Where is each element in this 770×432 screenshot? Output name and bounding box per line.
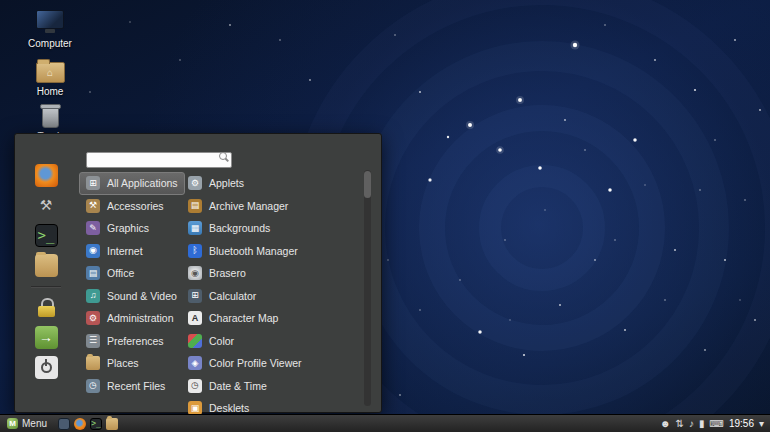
mint-menu-icon: M <box>7 418 18 429</box>
favorite-firefox[interactable] <box>31 160 61 190</box>
recent-files-icon: ◷ <box>86 379 100 393</box>
backgrounds-icon: ▦ <box>188 221 202 235</box>
home-folder-icon: ⌂ <box>36 62 65 83</box>
terminal-icon: >_ <box>35 224 58 247</box>
app-item-applets[interactable]: ⚙Applets <box>181 172 359 195</box>
folder-icon <box>35 254 58 277</box>
user-icon[interactable]: ☻ <box>660 419 671 429</box>
favorite-terminal[interactable]: >_ <box>31 220 61 250</box>
category-administration[interactable]: ⚙Administration <box>79 307 181 330</box>
tools-icon: ⚒ <box>35 194 58 217</box>
shut-down-button[interactable] <box>31 352 61 382</box>
desktop-icon-home[interactable]: ⌂ Home <box>22 58 78 97</box>
app-item-date-time[interactable]: ◷Date & Time <box>181 375 359 398</box>
accessories-icon: ⚒ <box>86 199 100 213</box>
internet-icon: ◉ <box>86 244 100 258</box>
files-icon[interactable] <box>106 418 118 430</box>
app-item-color[interactable]: Color <box>181 330 359 353</box>
app-label: Archive Manager <box>209 200 288 212</box>
category-label: Office <box>107 267 134 279</box>
terminal-icon[interactable]: >_ <box>90 418 102 430</box>
app-item-calculator[interactable]: ⊞Calculator <box>181 285 359 308</box>
graphics-icon: ✎ <box>86 221 100 235</box>
color-icon <box>188 334 202 348</box>
desktop-icon-computer[interactable]: Computer <box>22 10 78 49</box>
office-icon: ▤ <box>86 266 100 280</box>
category-accessories[interactable]: ⚒Accessories <box>79 195 171 218</box>
favorites-column: ⚒ >_ → <box>29 160 63 382</box>
app-item-character-map[interactable]: ACharacter Map <box>181 307 359 330</box>
category-office[interactable]: ▤Office <box>79 262 141 285</box>
search-input[interactable] <box>86 152 232 168</box>
app-label: Character Map <box>209 312 278 324</box>
app-label: Color Profile Viewer <box>209 357 302 369</box>
menu-button[interactable]: M Menu <box>0 415 54 432</box>
firefox-icon <box>35 164 58 187</box>
desktop-icon-label: Computer <box>28 38 72 49</box>
category-label: Accessories <box>107 200 164 212</box>
preferences-icon: ☰ <box>86 334 100 348</box>
app-item-backgrounds[interactable]: ▦Backgrounds <box>181 217 359 240</box>
color-profile-icon: ◈ <box>188 356 202 370</box>
favorite-system-tools[interactable]: ⚒ <box>31 190 61 220</box>
app-label: Backgrounds <box>209 222 270 234</box>
category-label: Administration <box>107 312 174 324</box>
category-places[interactable]: Places <box>79 352 146 375</box>
network-icon[interactable]: ⇅ <box>676 419 684 429</box>
category-recent-files[interactable]: ◷Recent Files <box>79 375 172 398</box>
datetime-icon: ◷ <box>188 379 202 393</box>
show-desktop-icon[interactable] <box>58 418 70 430</box>
app-item-bluetooth-manager[interactable]: ᛒBluetooth Manager <box>181 240 359 263</box>
app-label: Calculator <box>209 290 256 302</box>
menu-button-label: Menu <box>22 418 47 429</box>
app-label: Color <box>209 335 234 347</box>
category-preferences[interactable]: ☰Preferences <box>79 330 171 353</box>
bluetooth-icon: ᛒ <box>188 244 202 258</box>
sound-video-icon: ♫ <box>86 289 100 303</box>
firefox-icon[interactable] <box>74 418 86 430</box>
app-label: Applets <box>209 177 244 189</box>
app-label: Desklets <box>209 402 249 414</box>
category-label: Internet <box>107 245 143 257</box>
category-all-applications[interactable]: ⊞All Applications <box>79 172 185 195</box>
bottom-panel: M Menu >_ ☻ ⇅ ♪ ▮ ⌨ 19:56 ▾ <box>0 414 770 432</box>
app-menu: ⚒ >_ → ⊞All Applications ⚒Accessories ✎G… <box>14 133 382 413</box>
category-internet[interactable]: ◉Internet <box>79 240 150 263</box>
category-label: Sound & Video <box>107 290 177 302</box>
log-out-button[interactable]: → <box>31 322 61 352</box>
clock[interactable]: 19:56 <box>729 418 754 429</box>
volume-icon[interactable]: ♪ <box>689 419 694 429</box>
battery-icon[interactable]: ▮ <box>699 419 705 429</box>
category-sound-video[interactable]: ♫Sound & Video <box>79 285 184 308</box>
calculator-icon: ⊞ <box>188 289 202 303</box>
search-icon <box>219 152 227 160</box>
favorite-file-manager[interactable] <box>31 250 61 280</box>
system-tray: ☻ ⇅ ♪ ▮ ⌨ 19:56 ▾ <box>660 418 770 429</box>
brasero-icon: ◉ <box>188 266 202 280</box>
charmap-icon: A <box>188 311 202 325</box>
notifications-icon[interactable]: ▾ <box>759 419 764 429</box>
search-box <box>86 149 232 165</box>
computer-icon <box>36 10 64 29</box>
favorites-separator <box>31 286 61 288</box>
administration-icon: ⚙ <box>86 311 100 325</box>
app-item-archive-manager[interactable]: ▤Archive Manager <box>181 195 359 218</box>
all-apps-icon: ⊞ <box>86 176 100 190</box>
panel-launchers: >_ <box>58 418 118 430</box>
places-icon <box>86 356 100 370</box>
logout-icon: → <box>35 326 58 349</box>
app-label: Date & Time <box>209 380 267 392</box>
category-label: Preferences <box>107 335 164 347</box>
category-label: Recent Files <box>107 380 165 392</box>
applets-icon: ⚙ <box>188 176 202 190</box>
keyboard-icon[interactable]: ⌨ <box>710 419 724 429</box>
app-label: Brasero <box>209 267 246 279</box>
app-item-color-profile-viewer[interactable]: ◈Color Profile Viewer <box>181 352 359 375</box>
lock-screen-button[interactable] <box>31 292 61 322</box>
apps-scrollbar-thumb[interactable] <box>364 171 371 198</box>
apps-scrollbar[interactable] <box>364 170 371 406</box>
applications-list: ⚙Applets ▤Archive Manager ▦Backgrounds ᛒ… <box>181 172 359 420</box>
app-item-brasero[interactable]: ◉Brasero <box>181 262 359 285</box>
category-graphics[interactable]: ✎Graphics <box>79 217 156 240</box>
archive-icon: ▤ <box>188 199 202 213</box>
